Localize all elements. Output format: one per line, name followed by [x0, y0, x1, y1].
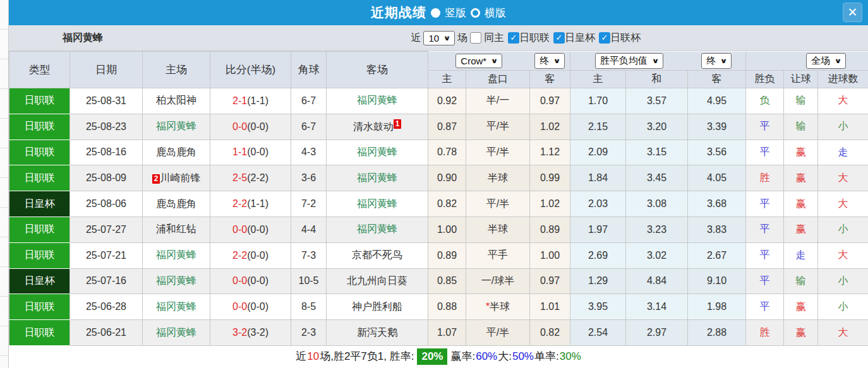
away-team: 福冈黄蜂	[327, 139, 428, 165]
scope-select[interactable]: 全场 ∨	[806, 53, 846, 69]
emperors-cup-checkbox[interactable]: ✓	[553, 32, 565, 44]
euro-away-odds: 3.68	[688, 191, 746, 217]
home-team-name: 浦和红钻	[156, 223, 196, 234]
match-date: 25-07-27	[70, 217, 143, 242]
handicap-line: 平/半	[466, 320, 530, 346]
away-team: 福冈黄蜂	[327, 217, 428, 242]
handicap-away-odds: 0.82	[530, 320, 570, 346]
home-rank-badge: 2	[152, 174, 160, 184]
score-cell: 2-2(1-1)	[210, 191, 291, 217]
home-team-name: 福冈黄蜂	[156, 327, 196, 338]
league-cup-checkbox[interactable]: ✓	[599, 32, 610, 44]
euro-home-odds: 1.70	[570, 88, 626, 114]
horizontal-layout-label[interactable]: 横版	[485, 6, 506, 20]
league-filter-league-cup[interactable]: ✓ 日联杯	[599, 32, 641, 45]
match-count-select[interactable]: 10 ∨	[423, 31, 455, 45]
near-label: 近	[411, 32, 421, 45]
col-header-home: 主场	[143, 52, 210, 88]
unit-label: 场	[457, 32, 467, 45]
match-row: 日职联25-08-092川崎前锋2-5(2-2)3-6福冈黄蜂0.90半球0.9…	[9, 165, 868, 191]
match-result: 平	[746, 242, 784, 268]
corner-cell: 8-5	[291, 294, 327, 320]
away-team-name: 清水鼓动	[353, 121, 394, 132]
handicap-line-text: 半球	[488, 172, 508, 183]
league-filter-j1[interactable]: ✓ 日职联	[508, 32, 550, 45]
half-time-score: (0-0)	[247, 250, 268, 261]
euro-draw-odds: 3.14	[626, 294, 688, 320]
match-result: 平	[746, 191, 784, 217]
match-date: 25-06-21	[70, 320, 143, 346]
away-team-name: 福冈黄蜂	[357, 146, 397, 157]
score-cell: 2-5(2-2)	[210, 165, 291, 191]
euro-home-odds: 2.69	[570, 242, 626, 268]
handicap-line-text: 一/球半	[481, 275, 514, 286]
full-time-score: 2-2	[232, 198, 247, 209]
handicap-time-select[interactable]: 终 ∨	[534, 53, 565, 69]
match-row: 日皇杯25-08-06鹿岛鹿角2-2(1-1)7-2福冈黄蜂0.82平/半1.0…	[9, 191, 868, 217]
away-team-name: 京都不死鸟	[352, 249, 402, 260]
score-cell: 0-0(0-0)	[210, 114, 291, 139]
dialog-title: 近期战绩	[371, 4, 426, 21]
score-cell: 0-0(0-0)	[210, 268, 291, 294]
handicap-away-odds: 1.02	[530, 191, 570, 217]
euro-home-odds: 1.29	[570, 268, 626, 294]
handicap-home-odds: 1.07	[428, 320, 466, 346]
vertical-layout-radio[interactable]	[431, 8, 440, 18]
handicap-line: 半/一	[466, 88, 530, 114]
same-home-checkbox[interactable]	[470, 32, 481, 44]
handicap-line: 一/球半	[466, 268, 530, 294]
sub-header-eu-away: 客	[688, 71, 746, 88]
handicap-result: 输	[784, 114, 818, 139]
recent-results-dialog: 近期战绩 竖版 横版 ✕ 福冈黄蜂 近 10 ∨ 场 同主 ✓ 日职联	[0, 0, 868, 368]
euro-draw-odds: 4.84	[626, 268, 688, 294]
close-icon[interactable]: ✕	[843, 3, 862, 22]
handicap-line-text: 平手	[488, 249, 508, 260]
odds-company-select[interactable]: Crow* ∨	[455, 54, 502, 68]
handicap-line-text: 半球	[490, 301, 510, 312]
corner-cell: 7-3	[291, 242, 327, 268]
home-team-name: 福冈黄蜂	[156, 249, 196, 260]
corner-cell: 7-2	[291, 191, 327, 217]
summary-segment: 30%	[560, 350, 581, 363]
handicap-line-text: 半球	[488, 223, 508, 234]
odds-average-select[interactable]: 胜平负均值 ∨	[595, 53, 663, 69]
vertical-layout-label[interactable]: 竖版	[445, 6, 466, 20]
league-filter-emperors-cup[interactable]: ✓ 日皇杯	[553, 32, 595, 45]
handicap-line-text: 平/半	[486, 121, 509, 131]
corner-cell: 10-5	[291, 268, 327, 294]
euro-away-odds: 2.88	[688, 320, 746, 346]
euro-draw-odds: 3.02	[626, 242, 688, 268]
match-result: 平	[746, 268, 784, 294]
competition-type-badge: 日职联	[9, 294, 70, 320]
chevron-down-icon: ∨	[553, 57, 561, 65]
home-team: 福冈黄蜂	[143, 242, 210, 268]
handicap-result: 赢	[784, 139, 818, 165]
horizontal-layout-radio[interactable]	[471, 8, 480, 18]
handicap-result: 赢	[784, 191, 818, 217]
away-team-name: 福冈黄蜂	[357, 172, 397, 183]
home-team: 福冈黄蜂	[143, 268, 210, 294]
handicap-away-odds: 0.89	[530, 217, 570, 242]
sub-header-goals: 进球数	[818, 71, 868, 88]
corner-cell: 6-7	[291, 114, 327, 139]
euro-time-select[interactable]: 终 ∨	[701, 53, 732, 69]
half-time-score: (1-1)	[247, 198, 268, 209]
match-row: 日职联25-07-21福冈黄蜂2-2(0-0)7-3京都不死鸟0.89平手1.0…	[9, 242, 868, 268]
full-time-score: 0-0	[232, 121, 247, 132]
j1-checkbox[interactable]: ✓	[508, 32, 519, 44]
handicap-home-odds: 0.78	[428, 139, 466, 165]
euro-away-odds: 3.83	[688, 217, 746, 242]
col-header-corner: 角球	[291, 52, 327, 88]
handicap-line: 半球	[466, 217, 530, 242]
handicap-away-odds: 0.99	[530, 165, 570, 191]
away-team: 神户胜利船	[327, 294, 428, 320]
home-team: 福冈黄蜂	[143, 114, 210, 139]
competition-type-badge: 日职联	[9, 217, 70, 242]
handicap-home-odds: 0.90	[428, 165, 466, 191]
euro-home-odds: 1.84	[570, 165, 626, 191]
handicap-result: 赢	[784, 217, 818, 242]
odds-select-row: 类型 日期 主场 比分(半场) 角球 客场 Crow* ∨ 终	[9, 52, 868, 71]
euro-away-odds: 4.05	[688, 165, 746, 191]
match-result: 平	[746, 139, 784, 165]
sub-header-eu-home: 主	[570, 71, 626, 88]
